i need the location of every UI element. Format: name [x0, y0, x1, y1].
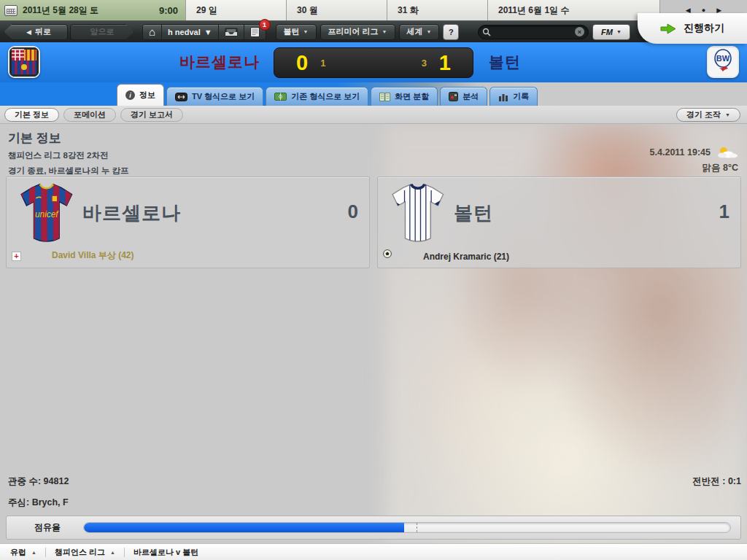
subtab-match-report[interactable]: 경기 보고서 [120, 108, 183, 122]
world-dropdown[interactable]: 세계 ▼ [399, 24, 440, 40]
chevron-down-icon: ▼ [382, 29, 387, 34]
tab-stats[interactable]: 기록 [489, 87, 538, 106]
attendance-label: 관중 수: 94812 [8, 475, 69, 488]
header-away-team: 볼턴 [489, 52, 521, 72]
toolbar: ◀ 뒤로 앞으로 ⌂ h nedval ▼ [0, 20, 747, 42]
match-actions-label: 경기 조작 [686, 109, 721, 120]
subtab-label: 경기 보고서 [131, 109, 173, 120]
date-cell-4[interactable]: 2011년 6월 1일 수 [488, 0, 660, 20]
split-view-icon [379, 93, 390, 101]
weather-label: 맑음 8°C [650, 162, 738, 174]
breadcrumb-label: 유럽 [10, 547, 26, 558]
away-panel-team-name[interactable]: 볼턴 [454, 201, 493, 226]
chevron-up-icon: ▲ [110, 550, 115, 555]
continue-panel: 진행하기 [638, 13, 747, 44]
subtab-formation[interactable]: 포메이션 [63, 108, 116, 122]
header-home-team: 바르셀로나 [44, 52, 260, 72]
match-header: 바르셀로나 0 1 3 1 볼턴 BW [0, 42, 747, 82]
divider [45, 548, 46, 557]
away-panel-note[interactable]: Andrej Kramaric (21) [423, 252, 509, 262]
tab-info[interactable]: i 정보 [117, 84, 164, 106]
home-jersey-icon: unicef [12, 182, 79, 245]
competition-label: 챔피언스 리그 8강전 2차전 [8, 150, 108, 161]
tab-split-view[interactable]: 화면 분할 [371, 87, 438, 106]
home-score: 0 [296, 52, 308, 74]
team-dropdown[interactable]: 볼턴 ▼ [276, 24, 317, 40]
continue-arrow-icon [660, 23, 676, 34]
classic-view-icon [274, 93, 287, 101]
inbox-tray-icon [225, 28, 238, 36]
back-button[interactable]: ◀ 뒤로 [4, 24, 68, 40]
page-title: 기본 정보 [8, 130, 61, 147]
continue-button[interactable]: 진행하기 [684, 22, 724, 35]
date-cell-3[interactable]: 31 화 [387, 0, 488, 20]
away-aggregate: 3 [422, 58, 427, 68]
home-aggregate: 1 [320, 58, 325, 68]
chevron-down-icon: ▼ [204, 28, 212, 36]
goal-icon [383, 248, 392, 261]
away-crest-icon[interactable]: BW [707, 46, 739, 78]
home-panel-team-name[interactable]: 바르셀로나 [82, 201, 181, 226]
league-dropdown[interactable]: 프리미어 리그 ▼ [320, 24, 395, 40]
possession-bar-fill [84, 523, 404, 532]
tv-view-icon [175, 93, 187, 101]
status-bar: 유럽 ▲ 챔피언스 리그 ▲ 바르셀로나 v 볼턴 [0, 543, 747, 560]
current-date-label: 2011년 5월 28일 토 [23, 4, 98, 17]
news-icon [250, 27, 260, 37]
home-crest-icon[interactable] [8, 46, 40, 78]
inbox-button[interactable] [219, 25, 244, 39]
current-date-cell[interactable]: 2011년 5월 28일 토 9:00 [0, 0, 186, 20]
clear-search-icon[interactable]: × [575, 27, 584, 36]
breadcrumb-match[interactable]: 바르셀로나 v 볼턴 [133, 547, 198, 558]
date-cell-1[interactable]: 29 일 [186, 0, 287, 20]
current-time-label: 9:00 [159, 5, 178, 16]
analysis-icon [449, 92, 458, 101]
search-icon [482, 28, 491, 36]
back-label: 뒤로 [35, 26, 51, 37]
back-arrow-icon: ◀ [26, 28, 31, 36]
forward-label: 앞으로 [90, 26, 115, 37]
tab-classic-view[interactable]: 기존 형식으로 보기 [266, 87, 368, 106]
world-dropdown-label: 세계 [407, 26, 423, 37]
svg-text:BW: BW [716, 54, 730, 63]
half-time-score: 전반전 : 0:1 [692, 475, 741, 488]
home-icon: ⌂ [149, 26, 155, 37]
away-score: 1 [439, 52, 451, 74]
chevron-up-icon: ▲ [31, 550, 36, 555]
search-input[interactable] [494, 27, 572, 37]
breadcrumb-label: 챔피언스 리그 [55, 547, 105, 558]
calendar-icon [4, 5, 18, 16]
subtab-label: 기본 정보 [15, 109, 49, 120]
manager-toolbar-group: ⌂ h nedval ▼ 1 [142, 24, 266, 40]
forward-button[interactable]: 앞으로 [70, 24, 134, 40]
tab-label: TV 형식으로 보기 [192, 91, 255, 102]
tab-label: 화면 분할 [395, 91, 429, 102]
svg-text:unicef: unicef [35, 209, 59, 219]
home-panel-score: 0 [348, 201, 358, 223]
breadcrumb-continent[interactable]: 유럽 ▲ [10, 547, 36, 558]
chevron-down-icon: ▼ [427, 29, 432, 34]
weather-icon [715, 146, 738, 159]
tab-tv-view[interactable]: TV 형식으로 보기 [166, 87, 263, 106]
breadcrumb-label: 바르셀로나 v 볼턴 [133, 547, 198, 558]
news-button[interactable]: 1 [244, 25, 266, 39]
possession-bar [83, 522, 731, 533]
tab-analysis[interactable]: 분석 [440, 87, 487, 106]
manager-dropdown[interactable]: h nedval ▼ [162, 25, 219, 39]
tab-band: i 정보 TV 형식으로 보기 기존 형식으로 보기 [0, 82, 747, 106]
tab-label: 정보 [139, 90, 155, 101]
match-status-label: 경기 종료, 바르셀로나의 누 캄프 [8, 166, 128, 176]
chevron-down-icon: ▼ [303, 29, 309, 34]
search-box: × [478, 25, 589, 39]
home-button[interactable]: ⌂ [143, 25, 162, 39]
breadcrumb-competition[interactable]: 챔피언스 리그 ▲ [55, 547, 115, 558]
home-panel-note[interactable]: David Villa 부상 (42) [52, 249, 133, 262]
help-button[interactable]: ? [443, 24, 459, 40]
match-actions-dropdown[interactable]: 경기 조작 ▼ [676, 108, 740, 122]
fm-menu-button[interactable]: FM ▼ [592, 24, 630, 40]
away-jersey-icon [383, 182, 450, 245]
date-cell-2[interactable]: 30 월 [287, 0, 387, 20]
tab-label: 분석 [462, 91, 479, 102]
news-badge: 1 [259, 19, 271, 31]
subtab-basic-info[interactable]: 기본 정보 [4, 108, 59, 122]
